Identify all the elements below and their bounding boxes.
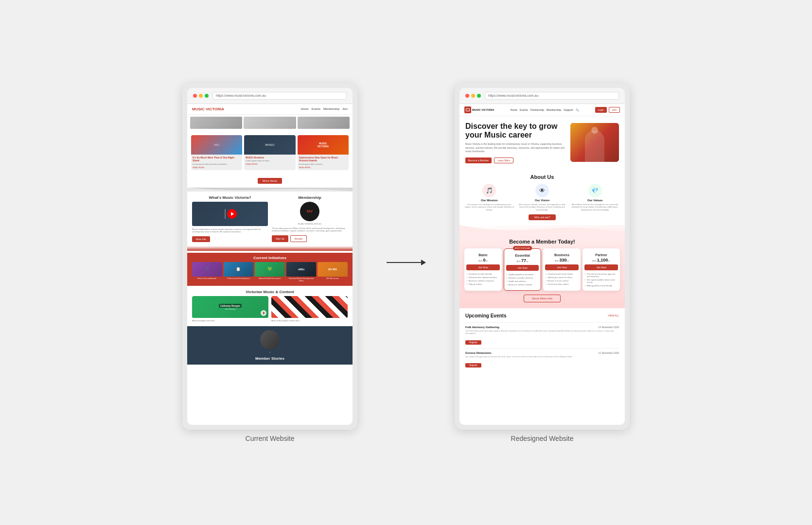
cw-card-text-3: Lorem ipsum dolor sit amet.: [299, 163, 347, 165]
rw-event-1-btn[interactable]: Register: [465, 340, 481, 345]
rw-plan-business-price: AUD 330/yr: [545, 258, 579, 262]
cw-nav: MUSIC VICTORIA Home Events Membership Jo…: [187, 104, 353, 115]
current-website-wrapper: https://www.musicvictoria.com.au MUSIC V…: [182, 83, 357, 442]
rw-about-values: 💎 Our Values We at Music Victoria strive…: [570, 184, 620, 211]
rw-feature-1-2: Discounts from selected retailers: [466, 276, 500, 279]
rw-nav-actions: Login Join: [595, 107, 620, 113]
cw-content-card-2: Music video playlist content here...: [271, 296, 348, 322]
traffic-lights-current: [193, 94, 209, 98]
cw-nav-members[interactable]: Membership: [323, 107, 339, 110]
cw-footer: " Member Stories: [187, 326, 353, 365]
cw-initiatives-section: Current Initiatives 🎵 Music Victoria Awa…: [187, 253, 353, 286]
rw-feature-2-2: Become a member discount: [506, 276, 539, 280]
rw-hero-desc: Music Victoria is the leading body for c…: [465, 142, 565, 154]
rw-plans-grid: Basic AUD 0/yr Join Now Exclusive member…: [464, 248, 620, 291]
cw-content-img-1: Calloway Ranges Soundscape: [192, 296, 268, 318]
rw-plan-partner-btn[interactable]: Join Now: [584, 264, 618, 270]
browser-chrome-redesigned: https://www.musicvictoria.com.au: [459, 88, 625, 104]
cw-initiative-label-2: Professional Development: [224, 277, 254, 281]
rw-become-member-btn[interactable]: Become a Member: [465, 158, 492, 163]
rw-nav-logo: MUSIC VICTORIA: [464, 106, 494, 113]
cw-card-link-1[interactable]: READ MORE: [193, 166, 241, 169]
cw-signup-btn[interactable]: Sign Up: [272, 235, 288, 242]
address-bar-current[interactable]: https://www.musicvictoria.com.au: [212, 92, 347, 100]
cw-card-title-2: MV021 Brothers: [246, 156, 294, 159]
cw-content-section: Victorian Music & Content Calloway Range…: [187, 286, 353, 326]
rw-feature-1-1: Exclusive member benefits: [466, 272, 500, 276]
rw-plan-basic-price: AUD 0/yr: [466, 258, 500, 262]
cw-more-info-btn[interactable]: More Info: [192, 236, 210, 242]
rw-join-btn[interactable]: Join: [609, 107, 620, 113]
redesigned-website-wrapper: https://www.musicvictoria.com.au MUSIC V…: [455, 83, 630, 442]
rw-plan-partner-name: Partner: [584, 253, 618, 257]
rw-plan-essential-name: Essential: [506, 254, 539, 257]
cw-more-news-btn[interactable]: More News: [258, 178, 282, 184]
rw-nav-support[interactable]: Support: [564, 108, 573, 111]
rw-who-we-are-btn[interactable]: Who are we?: [529, 214, 556, 220]
address-bar-redesigned[interactable]: https://www.musicvictoria.com.au: [485, 92, 619, 100]
cw-card-1: IMG It's So Much More Than A One Night S…: [191, 135, 242, 170]
rw-hero-title: Discover the key to grow your Music care…: [465, 122, 565, 140]
arrow-container: [387, 262, 425, 263]
rw-more-info-container: Show More Info: [464, 295, 620, 302]
rw-plan-business-btn[interactable]: Join Now: [545, 264, 579, 270]
cw-initiative-label-4: Victorian Music Development Office: [286, 277, 317, 283]
cw-nav-join[interactable]: Join: [342, 107, 348, 110]
rw-learn-more-btn[interactable]: Learn More: [494, 158, 513, 163]
rw-login-btn[interactable]: Login: [595, 107, 607, 113]
rw-plan-basic-features: Exclusive member benefits Discounts from…: [466, 272, 500, 286]
rw-plan-essential: MOST POPULAR Essential AUD 77/yr Join No…: [504, 248, 541, 291]
cw-card-2: MV021 MV021 Brothers Lorem ipsum dolor s…: [244, 135, 295, 170]
browser-chrome-current: https://www.musicvictoria.com.au: [187, 88, 353, 104]
cw-card-link-2[interactable]: READ MORE: [246, 163, 294, 165]
rw-logo-text: MUSIC VICTORIA: [472, 108, 494, 111]
rw-event-1-row: Folk Harmony Gathering 14 November 2024: [465, 326, 619, 329]
rw-feature-1-4: Stay up to date: [466, 282, 500, 286]
cw-footer-avatar: [260, 330, 280, 350]
rw-membership-title: Become a Member Today!: [464, 239, 620, 245]
redesigned-browser: https://www.musicvictoria.com.au MUSIC V…: [455, 83, 630, 430]
rw-nav-partnership[interactable]: Partnership: [530, 108, 544, 111]
rw-nav-home[interactable]: Home: [510, 108, 517, 111]
rw-hero-text: Discover the key to grow your Music care…: [465, 122, 565, 163]
rw-values-icon: 💎: [588, 184, 602, 197]
cw-nav-home[interactable]: Home: [301, 107, 309, 110]
cw-initiatives-title: Current Initiatives: [192, 256, 348, 260]
cw-nav-events[interactable]: Events: [312, 107, 320, 110]
rw-plan-business-name: Business: [545, 253, 579, 257]
rw-nav-membership[interactable]: Membership: [547, 108, 561, 111]
cw-initiative-3: 💚 Mental Health Resources: [255, 262, 285, 283]
rw-nav-events[interactable]: Events: [520, 108, 528, 111]
cw-footer-quote: ": [191, 351, 349, 354]
cw-card-body-1: It's So Much More Than A One Night Stand…: [191, 155, 242, 170]
rw-feature-4-3: Making politics music friendly: [584, 284, 618, 287]
cw-video-thumb[interactable]: [192, 202, 268, 226]
rw-feature-3-3: Become a music curator: [545, 279, 579, 282]
cw-card-link-3[interactable]: READ MORE: [299, 166, 347, 169]
cw-membership-title: Membership: [272, 195, 348, 200]
rw-vision-title: Our Vision: [535, 199, 549, 202]
cw-card-body-3: Submissions Now Open for Music Victoria …: [298, 155, 349, 170]
rw-plan-essential-btn[interactable]: Join Now: [506, 265, 539, 271]
rw-about-title: About Us: [464, 174, 620, 180]
rw-nav-search[interactable]: 🔍: [576, 108, 579, 111]
cw-membership: Membership MV music-victoria.com.au The …: [272, 195, 348, 242]
cw-card-img-1: IMG: [191, 135, 242, 155]
redesigned-website-content[interactable]: MUSIC VICTORIA Home Events Partnership M…: [459, 104, 625, 425]
current-website-content[interactable]: MUSIC VICTORIA Home Events Membership Jo…: [187, 104, 353, 425]
rw-tl-red: [465, 94, 469, 98]
cw-content-grid: Calloway Ranges Soundscape Artist descri…: [192, 296, 348, 322]
cw-donate-btn[interactable]: Donate: [290, 235, 307, 242]
rw-vision-icon: 👁: [535, 184, 549, 197]
rw-show-more-info-btn[interactable]: Show More Info: [524, 295, 561, 302]
rw-event-2-btn[interactable]: Register: [465, 363, 481, 368]
cw-nav-logo: MUSIC VICTORIA: [192, 107, 224, 111]
rw-plan-popular-badge: MOST POPULAR: [513, 246, 532, 250]
rw-plan-partner: Partner AUD 1,100/yr Join Now Promote yo…: [583, 248, 620, 291]
cw-card-title-3: Submissions Now Open for Music Victoria …: [299, 156, 347, 162]
rw-plan-basic-btn[interactable]: Join Now: [466, 264, 500, 270]
rw-membership-section: Become a Member Today! Basic AUD 0/yr Jo…: [459, 233, 625, 308]
rw-events-viewall[interactable]: VIEW ALL: [608, 314, 619, 317]
rw-plan-business: Business AUD 330/yr Join Now Create and …: [543, 248, 581, 291]
rw-about-vision: 👁 Our Vision We envision a vibrant, incl…: [517, 184, 567, 211]
